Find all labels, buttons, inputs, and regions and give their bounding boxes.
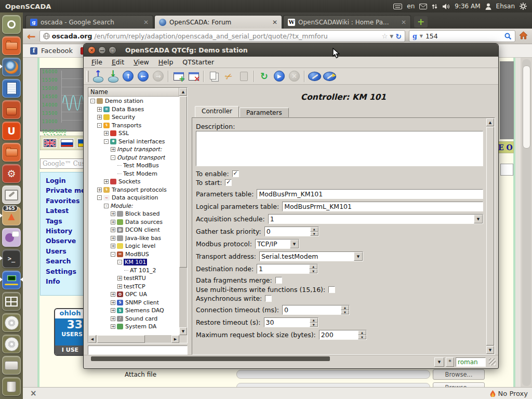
spin-down-icon[interactable]: ▼ bbox=[341, 310, 349, 315]
tree-item-opc-ua[interactable]: +OOPC UA bbox=[88, 290, 179, 299]
tab-oscada-google-search[interactable]: goscada - Google Search✕ bbox=[25, 15, 153, 29]
ohloh-badge[interactable]: ohloh 33USERS I USE bbox=[54, 308, 86, 356]
toolbar-copy-item-button[interactable] bbox=[206, 69, 221, 83]
combo-arrow-icon[interactable]: ▼ bbox=[290, 240, 299, 248]
launcher-folder-2[interactable] bbox=[2, 143, 21, 162]
scroll-down-icon[interactable]: ▼ bbox=[179, 327, 187, 335]
tree-item-at-101-2[interactable]: AT 101_2 bbox=[88, 267, 179, 275]
window-minimize-icon[interactable]: — bbox=[98, 46, 106, 54]
tree-item-data-bases[interactable]: +≡Data Bases bbox=[88, 105, 179, 114]
tree-item-demo-station[interactable]: -Demo station bbox=[88, 97, 179, 105]
tree-header[interactable]: Name bbox=[88, 88, 179, 97]
tree-item-testtcp[interactable]: +testTCP bbox=[88, 283, 179, 291]
url-bar[interactable]: oscada.org/en/forum/reply/adaption/opens… bbox=[39, 30, 405, 42]
collapse-minus-icon[interactable]: - bbox=[104, 204, 109, 208]
restore-timeout-spinner[interactable]: 30▲▼ bbox=[264, 317, 318, 327]
expand-plus-icon[interactable]: + bbox=[97, 188, 102, 192]
tab-controller[interactable]: Controller bbox=[195, 106, 239, 117]
spin-up-icon[interactable]: ▲ bbox=[310, 318, 318, 323]
max-request-block-spinner[interactable]: 200▲▼ bbox=[319, 330, 367, 340]
parameters-table-input[interactable] bbox=[257, 189, 483, 199]
window-maximize-icon[interactable]: ▢ bbox=[109, 46, 116, 54]
modbus-protocol-combo[interactable]: TCP/IP▼ bbox=[255, 239, 299, 249]
status-star-button[interactable]: * bbox=[446, 357, 454, 367]
ru-flag-icon[interactable] bbox=[61, 139, 73, 147]
status-user-field[interactable]: roman bbox=[456, 357, 486, 367]
url-dropdown-icon[interactable]: ▼ bbox=[390, 34, 393, 39]
tree-vertical-scrollbar[interactable]: ▲ ▼ bbox=[179, 88, 187, 335]
combo-arrow-icon[interactable]: ▼ bbox=[474, 215, 483, 223]
scroll-right-icon[interactable]: ▶ bbox=[171, 335, 179, 343]
expand-plus-icon[interactable]: + bbox=[117, 284, 122, 289]
browse-button[interactable]: Browse... bbox=[433, 369, 485, 380]
resize-grip[interactable] bbox=[489, 358, 496, 365]
page-scrollbar-thumb[interactable] bbox=[523, 65, 530, 149]
session-user-name[interactable]: Ehsan bbox=[496, 3, 515, 10]
launcher-system-settings[interactable]: ⚙ bbox=[2, 164, 21, 183]
status-combo-arrow-icon[interactable]: ▼ bbox=[434, 357, 444, 367]
launcher-trash[interactable] bbox=[2, 377, 21, 396]
launcher-disc-2[interactable] bbox=[2, 335, 21, 353]
toolbar-go-back-button[interactable]: ← bbox=[136, 69, 151, 83]
page-input-fragment[interactable] bbox=[500, 164, 513, 176]
tree-item-ssl[interactable]: +SSL bbox=[88, 129, 179, 138]
facebook-icon[interactable]: f bbox=[30, 47, 37, 55]
window-titlebar[interactable]: ✕ — ▢ OpenSCADA QTCfg: Demo station bbox=[84, 44, 498, 57]
menu-help[interactable]: Help bbox=[154, 57, 178, 67]
engine-dropdown-icon[interactable]: ▼ bbox=[420, 34, 423, 38]
expand-plus-icon[interactable]: + bbox=[111, 228, 115, 232]
launcher-update-manager[interactable]: ▲365 bbox=[2, 207, 21, 225]
uk-flag-icon[interactable] bbox=[44, 139, 56, 147]
menu-file[interactable]: File bbox=[87, 57, 107, 67]
back-button[interactable]: ← bbox=[27, 31, 36, 42]
launcher-terminal[interactable]: >_ bbox=[2, 249, 21, 268]
form-vscroll-thumb[interactable] bbox=[486, 127, 494, 345]
description-textarea[interactable] bbox=[196, 131, 483, 166]
session-gear-icon[interactable] bbox=[520, 3, 527, 10]
toolbar-qtstarter-tool-button[interactable] bbox=[307, 69, 322, 83]
collapse-minus-icon[interactable]: - bbox=[117, 260, 122, 264]
menu-qtstarter[interactable]: QTStarter bbox=[178, 57, 219, 67]
expand-plus-icon[interactable]: + bbox=[111, 244, 115, 248]
spin-up-icon[interactable]: ▲ bbox=[310, 227, 318, 232]
new-tab-button[interactable]: + bbox=[414, 16, 428, 28]
launcher-libreoffice-writer[interactable] bbox=[2, 79, 21, 98]
clock[interactable]: 9:36 AM bbox=[455, 3, 480, 10]
spin-up-icon[interactable]: ▲ bbox=[358, 330, 366, 335]
reload-icon[interactable]: ↻ bbox=[395, 32, 402, 41]
expand-plus-icon[interactable]: + bbox=[97, 115, 102, 119]
launcher-dash-home[interactable] bbox=[2, 15, 21, 34]
tab-close-icon[interactable]: ✕ bbox=[272, 19, 277, 26]
expand-plus-icon[interactable]: + bbox=[111, 324, 115, 329]
tab-openscada-forum[interactable]: OpenSCADA: Forum✕ bbox=[154, 15, 282, 29]
tab-openscadawiki-home-pa[interactable]: WOpenSCADAWiki : Home Pa...✕ bbox=[283, 15, 411, 29]
site-identity-globe-icon[interactable] bbox=[43, 33, 50, 39]
launcher-usb-drive[interactable] bbox=[2, 356, 21, 375]
tree-item-security[interactable]: +Security bbox=[88, 113, 179, 122]
collapse-minus-icon[interactable]: - bbox=[97, 195, 102, 200]
tree-item-testrtu[interactable]: +testRTU bbox=[88, 274, 179, 283]
scroll-left-icon[interactable]: ◀ bbox=[88, 335, 96, 343]
tree-item-block-based[interactable]: +Block based bbox=[88, 210, 179, 218]
expand-plus-icon[interactable]: + bbox=[97, 107, 102, 112]
tree-item-module[interactable]: -Module: bbox=[88, 202, 179, 210]
tree-item-test-modbus[interactable]: Test ModBus bbox=[88, 162, 179, 170]
attach-file-input[interactable] bbox=[236, 370, 430, 379]
tree-item-transports[interactable]: -ϟTransports bbox=[88, 122, 179, 130]
toolbar-delete-item-button[interactable]: ✕ bbox=[186, 69, 201, 83]
toolbar-add-item-button[interactable]: + bbox=[171, 69, 186, 83]
spin-up-icon[interactable]: ▲ bbox=[341, 305, 349, 310]
destination-node-spinner[interactable]: 1▲▼ bbox=[257, 264, 318, 274]
spin-down-icon[interactable]: ▼ bbox=[310, 232, 318, 236]
launcher-disc-1[interactable] bbox=[2, 313, 21, 332]
expand-plus-icon[interactable]: + bbox=[111, 211, 115, 216]
attach-file-input-2[interactable] bbox=[236, 383, 430, 387]
launcher-ubuntu-one[interactable]: U bbox=[2, 122, 21, 140]
search-value[interactable]: 154 bbox=[425, 32, 502, 40]
toolbar-handle[interactable] bbox=[86, 71, 89, 82]
tree-item-system-da[interactable]: +System DA bbox=[88, 323, 179, 331]
form-vertical-scrollbar[interactable]: ▲ ▼ bbox=[486, 118, 494, 354]
toolbar-load-from-db-button[interactable]: ↑ bbox=[90, 69, 105, 83]
expand-plus-icon[interactable]: + bbox=[111, 316, 115, 321]
scroll-up-icon[interactable]: ▲ bbox=[486, 118, 494, 126]
